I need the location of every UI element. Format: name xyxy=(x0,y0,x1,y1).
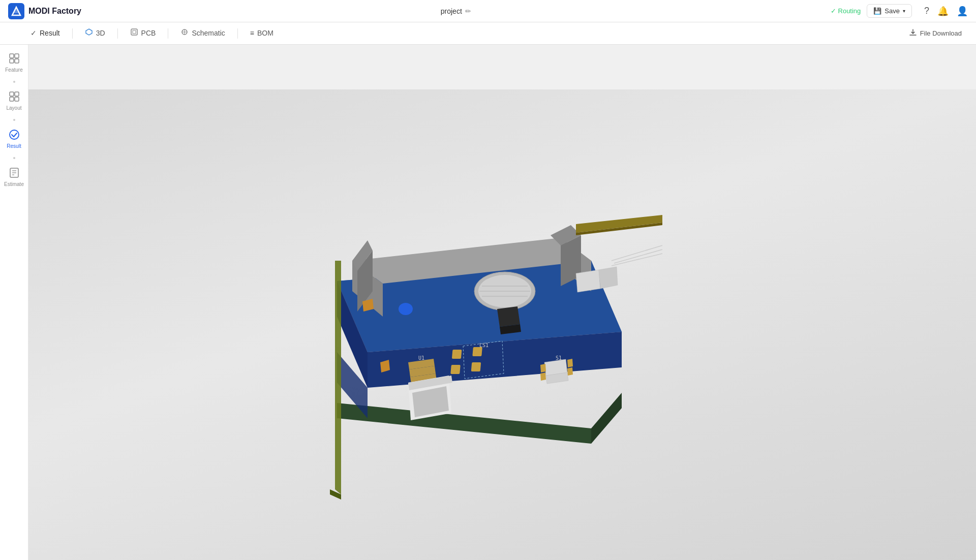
svg-marker-22 xyxy=(337,403,591,444)
project-name: project xyxy=(441,7,462,15)
svg-line-37 xyxy=(612,245,662,261)
nav-separator-3 xyxy=(168,28,168,39)
project-area: project ✏ xyxy=(441,7,471,15)
svg-rect-11 xyxy=(10,59,14,63)
layout-icon xyxy=(9,91,20,104)
routing-label: Routing xyxy=(838,7,861,15)
svg-marker-50 xyxy=(576,270,600,292)
sidebar-item-result[interactable]: Result xyxy=(0,125,28,153)
svg-rect-14 xyxy=(15,92,19,96)
sidebar-item-layout[interactable]: Layout xyxy=(0,87,28,115)
tab-pcb[interactable]: PCB xyxy=(120,22,166,45)
user-icon[interactable]: 👤 xyxy=(957,6,968,17)
svg-rect-15 xyxy=(10,97,14,101)
help-icon[interactable]: ? xyxy=(924,6,929,16)
svg-marker-69 xyxy=(567,359,573,367)
logo-area: MODI Factory xyxy=(8,3,81,19)
result-check-icon: ✓ xyxy=(30,29,37,37)
save-disk-icon: 💾 xyxy=(873,7,881,15)
schematic-icon xyxy=(180,28,189,38)
estimate-label: Estimate xyxy=(4,181,24,187)
sidebar-dot-1 xyxy=(13,81,15,83)
svg-rect-4 xyxy=(131,29,137,35)
svg-rect-10 xyxy=(15,54,19,58)
svg-marker-73 xyxy=(335,261,341,494)
svg-rect-61 xyxy=(472,347,482,356)
tab-pcb-label: PCB xyxy=(141,29,156,37)
nav-separator-1 xyxy=(72,28,73,39)
app-logo-icon xyxy=(8,3,24,19)
tab-schematic[interactable]: Schematic xyxy=(170,22,235,45)
svg-rect-63 xyxy=(471,362,481,371)
sidebar-item-estimate[interactable]: Estimate xyxy=(0,163,28,191)
svg-rect-16 xyxy=(15,97,19,101)
svg-marker-3 xyxy=(86,29,92,35)
save-chevron-icon: ▾ xyxy=(903,8,905,14)
svg-text:U1: U1 xyxy=(418,355,424,361)
nav-separator-4 xyxy=(237,28,238,39)
pcb-icon xyxy=(130,28,138,38)
sidebar-dot-2 xyxy=(13,119,15,121)
sidebar: Feature Layout Result xyxy=(0,45,28,560)
svg-marker-45 xyxy=(497,306,520,327)
edit-icon[interactable]: ✏ xyxy=(465,7,471,15)
tab-3d[interactable]: 3D xyxy=(75,22,115,45)
header: MODI Factory project ✏ ✓ Routing 💾 Save … xyxy=(0,0,976,22)
save-label: Save xyxy=(884,7,900,15)
svg-marker-68 xyxy=(540,364,546,372)
svg-rect-13 xyxy=(10,92,14,96)
pcb-viewport: U1 LS1 S1 xyxy=(28,89,976,560)
svg-rect-9 xyxy=(10,54,14,58)
download-icon xyxy=(909,28,917,38)
secondary-nav: ✓ Result 3D PCB Schematic xyxy=(0,22,976,45)
svg-marker-23 xyxy=(591,393,622,444)
svg-point-47 xyxy=(399,303,413,315)
svg-rect-62 xyxy=(450,365,461,374)
bom-icon: ≡ xyxy=(250,29,254,37)
estimate-icon xyxy=(9,167,20,180)
tab-bom-label: BOM xyxy=(257,29,273,37)
routing-badge: ✓ Routing xyxy=(831,7,861,15)
sidebar-item-feature[interactable]: Feature xyxy=(0,49,28,77)
file-download-label: File Download xyxy=(920,29,962,37)
3d-icon xyxy=(85,28,93,38)
header-icons: ? 🔔 👤 xyxy=(924,6,968,17)
result-sidebar-label: Result xyxy=(7,143,21,149)
layout-label: Layout xyxy=(6,105,21,111)
svg-marker-71 xyxy=(567,367,573,376)
svg-marker-70 xyxy=(540,372,546,381)
pcb-3d-view: U1 LS1 S1 xyxy=(307,190,662,505)
routing-check-icon: ✓ xyxy=(831,7,836,15)
svg-rect-5 xyxy=(133,30,136,34)
tab-result-label: Result xyxy=(40,29,60,37)
file-download-button[interactable]: File Download xyxy=(903,25,968,41)
feature-label: Feature xyxy=(5,67,22,73)
save-button[interactable]: 💾 Save ▾ xyxy=(867,4,912,18)
svg-rect-12 xyxy=(15,59,19,63)
notification-icon[interactable]: 🔔 xyxy=(937,6,949,17)
sidebar-dot-3 xyxy=(13,157,15,159)
nav-separator-2 xyxy=(117,28,118,39)
tab-schematic-label: Schematic xyxy=(192,29,225,37)
feature-icon xyxy=(9,53,20,66)
svg-point-17 xyxy=(10,130,19,139)
svg-line-39 xyxy=(612,254,662,266)
tab-result[interactable]: ✓ Result xyxy=(30,22,70,45)
svg-marker-51 xyxy=(599,267,618,289)
tab-bom[interactable]: ≡ BOM xyxy=(240,22,284,45)
app-name: MODI Factory xyxy=(28,7,81,16)
result-sidebar-icon xyxy=(9,129,20,142)
tab-3d-label: 3D xyxy=(96,29,105,37)
main-content: U1 LS1 S1 xyxy=(28,89,976,560)
svg-line-38 xyxy=(614,250,662,263)
svg-rect-60 xyxy=(452,350,462,359)
